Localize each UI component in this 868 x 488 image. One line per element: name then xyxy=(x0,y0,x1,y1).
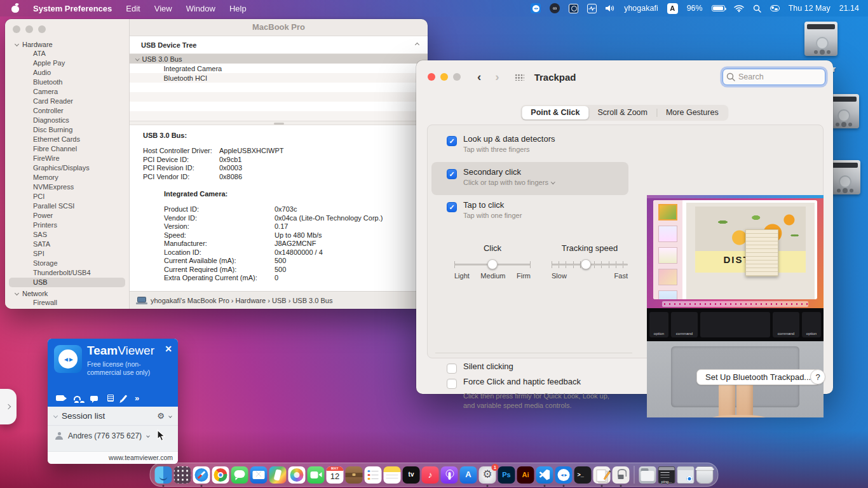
menu-help[interactable]: Help xyxy=(229,4,247,13)
disclosure-chevron-icon[interactable] xyxy=(53,414,58,418)
help-button[interactable]: ? xyxy=(810,369,825,384)
click-slider[interactable] xyxy=(454,258,531,271)
chrome-dock-icon[interactable] xyxy=(212,466,229,484)
lookup-checkbox-row[interactable]: ✓ Look up & data detectors Tap with thre… xyxy=(447,134,555,153)
tap-to-click-checkbox[interactable]: ✓ xyxy=(447,202,457,212)
sidebar-item[interactable]: USB xyxy=(9,278,125,287)
window-controls-inactive[interactable] xyxy=(13,25,46,33)
sidebar-item[interactable]: PCI xyxy=(9,192,125,201)
photos-dock-icon[interactable] xyxy=(288,466,306,484)
sidebar-item[interactable]: SATA xyxy=(9,240,125,249)
audio-call-icon[interactable] xyxy=(74,396,81,400)
menu-window[interactable]: Window xyxy=(186,4,215,13)
sidebar-item[interactable]: Thunderbolt/USB4 xyxy=(9,268,125,278)
system-preferences-dock-icon[interactable]: ⚙1 xyxy=(479,466,496,484)
splitter-handle[interactable] xyxy=(130,121,428,125)
desktop-drive-icon[interactable] xyxy=(804,22,837,56)
whiteboard-icon[interactable] xyxy=(121,395,127,401)
spotlight-icon[interactable] xyxy=(753,4,761,13)
silent-clicking-row[interactable]: ✓ Silent clicking xyxy=(447,362,513,374)
menu-edit[interactable]: Edit xyxy=(126,4,140,13)
usb-device-tree-header[interactable]: USB Device Tree xyxy=(130,36,428,54)
sidebar-item[interactable]: SAS xyxy=(9,230,125,240)
minimize-button[interactable] xyxy=(440,73,448,81)
notes-dock-icon[interactable] xyxy=(384,466,401,484)
terminal-dock-icon[interactable]: >_ xyxy=(574,466,592,484)
facetime-dock-icon[interactable] xyxy=(308,466,325,484)
menu-view[interactable]: View xyxy=(154,4,172,13)
sidebar-item[interactable]: Controller xyxy=(9,106,125,116)
volume-icon[interactable] xyxy=(606,4,615,12)
minimized-terminal-window[interactable]: ping... xyxy=(658,466,675,484)
wifi-icon[interactable] xyxy=(734,4,744,12)
menubar-date[interactable]: Thu 12 May xyxy=(789,4,831,13)
secondary-click-checkbox[interactable]: ✓ xyxy=(447,169,457,179)
back-button[interactable]: ‹ xyxy=(477,70,481,84)
close-icon[interactable]: ✕ xyxy=(165,344,172,354)
menu-app-name[interactable]: System Preferences xyxy=(33,4,112,13)
app-store-dock-icon[interactable]: A xyxy=(460,466,477,484)
sidebar-item[interactable]: Power xyxy=(9,211,125,220)
dropdown-chevron-icon[interactable] xyxy=(551,180,555,184)
setup-bluetooth-trackpad-button[interactable]: Set Up Bluetooth Trackpad... xyxy=(696,369,820,385)
documents-app-dock-icon[interactable] xyxy=(593,466,611,484)
media-app-dock-icon[interactable] xyxy=(269,466,287,484)
show-all-grid-icon[interactable] xyxy=(515,74,524,81)
sidebar-item[interactable]: NVMExpress xyxy=(9,182,125,192)
tree-row[interactable]: USB 3.0 Bus xyxy=(130,54,428,64)
sidebar-item[interactable]: Apple Pay xyxy=(9,58,125,68)
contacts-dock-icon[interactable] xyxy=(346,466,363,484)
battery-icon[interactable] xyxy=(712,5,725,12)
tree-row[interactable]: Bluetooth HCI xyxy=(130,73,428,83)
silent-clicking-checkbox[interactable]: ✓ xyxy=(447,363,457,374)
sidebar-item[interactable]: Bluetooth xyxy=(9,78,125,87)
podcasts-dock-icon[interactable] xyxy=(441,466,458,484)
sidebar-group-hardware[interactable]: Hardware xyxy=(5,39,129,49)
teamviewer-dock-icon[interactable] xyxy=(555,466,573,484)
tab-more-gestures[interactable]: More Gestures xyxy=(657,106,728,119)
tap-to-click-checkbox-row[interactable]: ✓ Tap to click Tap with one finger xyxy=(447,200,522,219)
sidebar-item[interactable]: Parallel SCSI xyxy=(9,201,125,211)
session-notes-icon[interactable] xyxy=(107,395,114,402)
illustrator-dock-icon[interactable]: Ai xyxy=(517,466,534,484)
tab-point-and-click[interactable]: Point & Click xyxy=(522,106,588,119)
sidebar-item[interactable]: ATA xyxy=(9,49,125,58)
sidebar-item[interactable]: Printers xyxy=(9,220,125,230)
more-actions-icon[interactable]: » xyxy=(135,395,139,402)
finder-dock-icon[interactable] xyxy=(155,466,172,484)
session-list-row[interactable]: Session list ⚙ xyxy=(48,407,178,426)
menubar-time[interactable]: 21.14 xyxy=(839,4,859,13)
camera-app-status-icon[interactable] xyxy=(569,4,578,13)
tree-row[interactable]: Integrated Camera xyxy=(130,64,428,73)
disclosure-chevron-icon[interactable] xyxy=(135,57,139,60)
minimized-teamviewer-window[interactable] xyxy=(677,466,695,484)
safari-dock-icon[interactable] xyxy=(193,466,210,484)
sidebar-item[interactable]: Audio xyxy=(9,68,125,78)
sidebar-item[interactable]: Diagnostics xyxy=(9,116,125,125)
click-slider-knob[interactable] xyxy=(487,259,498,269)
user-dropdown-chevron[interactable] xyxy=(146,434,150,438)
secondary-click-checkbox-row[interactable]: ✓ Secondary click Click or tap with two … xyxy=(447,167,554,186)
tracking-speed-slider[interactable] xyxy=(552,258,628,271)
apple-tv-dock-icon[interactable]: tv xyxy=(403,466,420,484)
vscode-dock-icon[interactable] xyxy=(536,466,553,484)
sidebar-item[interactable]: Storage xyxy=(9,259,125,268)
sidebar-item[interactable]: Locations xyxy=(9,308,125,309)
collapse-chevron-icon[interactable] xyxy=(415,43,419,47)
sidebar-group-network[interactable]: Network xyxy=(5,288,129,298)
chat-icon[interactable] xyxy=(90,396,98,401)
activity-status-icon[interactable] xyxy=(587,4,597,13)
sidebar-item[interactable]: Firewall xyxy=(9,298,125,308)
teamviewer-panel-handle[interactable] xyxy=(0,389,17,424)
sidebar-item[interactable]: FireWire xyxy=(9,154,125,163)
sidebar-item[interactable]: Card Reader xyxy=(9,97,125,106)
gear-icon[interactable]: ⚙ xyxy=(157,411,165,421)
photoshop-dock-icon[interactable]: Ps xyxy=(498,466,515,484)
messages-dock-icon[interactable] xyxy=(231,466,248,484)
menubar-username[interactable]: yhogakafi xyxy=(624,4,658,13)
search-input[interactable] xyxy=(722,69,825,85)
tab-scroll-and-zoom[interactable]: Scroll & Zoom xyxy=(588,106,656,119)
sidebar-item[interactable]: Graphics/Displays xyxy=(9,163,125,173)
creative-cloud-icon[interactable]: ∞ xyxy=(550,3,560,13)
downloads-dock-icon[interactable] xyxy=(639,466,656,484)
